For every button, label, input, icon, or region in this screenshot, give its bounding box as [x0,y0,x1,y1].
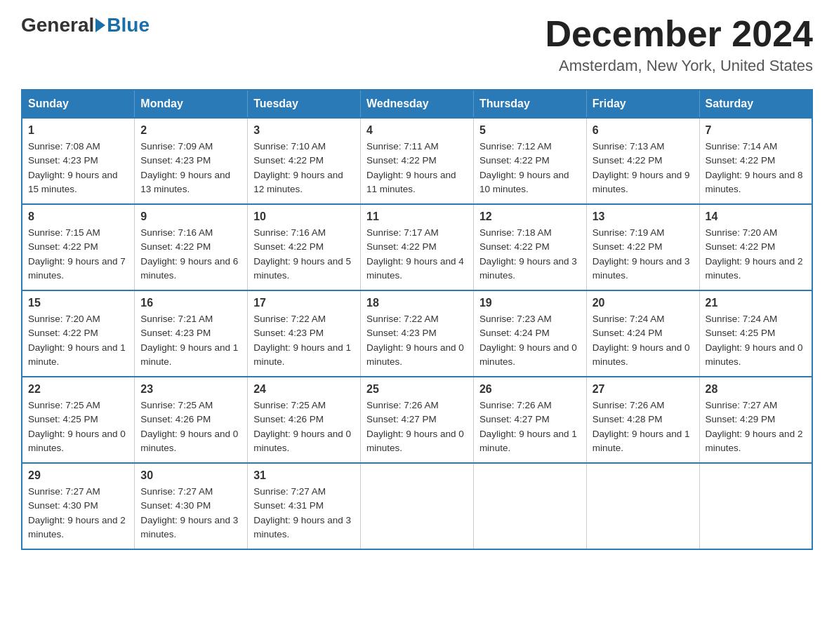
day-info: Sunrise: 7:21 AM Sunset: 4:23 PM Dayligh… [140,312,241,369]
day-number: 10 [253,210,355,223]
day-info: Sunrise: 7:23 AM Sunset: 4:24 PM Dayligh… [479,312,581,369]
day-number: 30 [140,469,241,482]
day-number: 1 [28,124,128,137]
calendar-cell: 16 Sunrise: 7:21 AM Sunset: 4:23 PM Dayl… [135,290,248,377]
day-info: Sunrise: 7:22 AM Sunset: 4:23 PM Dayligh… [253,312,355,369]
col-monday: Monday [135,90,248,118]
calendar-cell [699,463,812,549]
calendar-cell: 4 Sunrise: 7:11 AM Sunset: 4:22 PM Dayli… [361,118,474,204]
logo: General Blue [21,14,150,36]
calendar-cell: 19 Sunrise: 7:23 AM Sunset: 4:24 PM Dayl… [473,290,586,377]
day-number: 29 [28,469,128,482]
day-number: 14 [706,210,806,223]
day-info: Sunrise: 7:11 AM Sunset: 4:22 PM Dayligh… [366,140,468,196]
day-number: 16 [140,297,241,309]
calendar-cell: 29 Sunrise: 7:27 AM Sunset: 4:30 PM Dayl… [22,463,135,549]
calendar-cell: 26 Sunrise: 7:26 AM Sunset: 4:27 PM Dayl… [473,377,586,463]
calendar-cell: 27 Sunrise: 7:26 AM Sunset: 4:28 PM Dayl… [586,377,699,463]
day-info: Sunrise: 7:15 AM Sunset: 4:22 PM Dayligh… [28,226,128,283]
day-number: 31 [253,469,355,482]
day-info: Sunrise: 7:27 AM Sunset: 4:29 PM Dayligh… [706,398,806,455]
col-friday: Friday [586,90,699,118]
calendar-body: 1 Sunrise: 7:08 AM Sunset: 4:23 PM Dayli… [22,118,812,549]
day-info: Sunrise: 7:26 AM Sunset: 4:27 PM Dayligh… [366,398,468,455]
calendar-week-1: 1 Sunrise: 7:08 AM Sunset: 4:23 PM Dayli… [22,118,812,204]
calendar-cell [586,463,699,549]
col-sunday: Sunday [22,90,135,118]
calendar-table: Sunday Monday Tuesday Wednesday Thursday… [21,89,813,550]
calendar-cell: 10 Sunrise: 7:16 AM Sunset: 4:22 PM Dayl… [248,204,361,290]
day-number: 4 [366,124,468,137]
day-number: 28 [706,383,806,396]
day-number: 15 [28,297,128,309]
col-tuesday: Tuesday [248,90,361,118]
day-info: Sunrise: 7:25 AM Sunset: 4:25 PM Dayligh… [28,398,128,455]
calendar-week-4: 22 Sunrise: 7:25 AM Sunset: 4:25 PM Dayl… [22,377,812,463]
day-number: 5 [479,124,581,137]
day-number: 18 [366,297,468,309]
day-info: Sunrise: 7:24 AM Sunset: 4:24 PM Dayligh… [593,312,694,369]
calendar-cell: 28 Sunrise: 7:27 AM Sunset: 4:29 PM Dayl… [699,377,812,463]
calendar-cell: 11 Sunrise: 7:17 AM Sunset: 4:22 PM Dayl… [361,204,474,290]
day-number: 17 [253,297,355,309]
calendar-cell: 9 Sunrise: 7:16 AM Sunset: 4:22 PM Dayli… [135,204,248,290]
day-number: 8 [28,210,128,223]
day-number: 22 [28,383,128,396]
calendar-header: Sunday Monday Tuesday Wednesday Thursday… [22,90,812,118]
calendar-cell [473,463,586,549]
day-info: Sunrise: 7:25 AM Sunset: 4:26 PM Dayligh… [253,398,355,455]
day-info: Sunrise: 7:17 AM Sunset: 4:22 PM Dayligh… [366,226,468,283]
calendar-cell: 30 Sunrise: 7:27 AM Sunset: 4:30 PM Dayl… [135,463,248,549]
day-number: 20 [593,297,694,309]
header-row: Sunday Monday Tuesday Wednesday Thursday… [22,90,812,118]
calendar-cell: 5 Sunrise: 7:12 AM Sunset: 4:22 PM Dayli… [473,118,586,204]
page-header: General Blue December 2024 Amsterdam, Ne… [21,14,813,75]
day-number: 12 [479,210,581,223]
day-number: 9 [140,210,241,223]
day-info: Sunrise: 7:25 AM Sunset: 4:26 PM Dayligh… [140,398,241,455]
col-wednesday: Wednesday [361,90,474,118]
day-info: Sunrise: 7:20 AM Sunset: 4:22 PM Dayligh… [28,312,128,369]
month-title: December 2024 [545,14,813,54]
day-info: Sunrise: 7:26 AM Sunset: 4:27 PM Dayligh… [479,398,581,455]
calendar-cell: 22 Sunrise: 7:25 AM Sunset: 4:25 PM Dayl… [22,377,135,463]
logo-blue-text: Blue [107,14,150,36]
calendar-cell: 17 Sunrise: 7:22 AM Sunset: 4:23 PM Dayl… [248,290,361,377]
day-info: Sunrise: 7:14 AM Sunset: 4:22 PM Dayligh… [706,140,806,196]
day-number: 25 [366,383,468,396]
calendar-cell: 23 Sunrise: 7:25 AM Sunset: 4:26 PM Dayl… [135,377,248,463]
day-info: Sunrise: 7:24 AM Sunset: 4:25 PM Dayligh… [706,312,806,369]
day-number: 6 [593,124,694,137]
day-info: Sunrise: 7:26 AM Sunset: 4:28 PM Dayligh… [593,398,694,455]
day-info: Sunrise: 7:27 AM Sunset: 4:31 PM Dayligh… [253,485,355,542]
day-number: 26 [479,383,581,396]
day-number: 19 [479,297,581,309]
day-number: 3 [253,124,355,137]
day-number: 7 [706,124,806,137]
calendar-week-2: 8 Sunrise: 7:15 AM Sunset: 4:22 PM Dayli… [22,204,812,290]
day-info: Sunrise: 7:18 AM Sunset: 4:22 PM Dayligh… [479,226,581,283]
day-number: 24 [253,383,355,396]
day-number: 2 [140,124,241,137]
day-number: 23 [140,383,241,396]
day-number: 11 [366,210,468,223]
day-info: Sunrise: 7:19 AM Sunset: 4:22 PM Dayligh… [593,226,694,283]
title-area: December 2024 Amsterdam, New York, Unite… [545,14,813,75]
calendar-cell: 14 Sunrise: 7:20 AM Sunset: 4:22 PM Dayl… [699,204,812,290]
day-info: Sunrise: 7:27 AM Sunset: 4:30 PM Dayligh… [28,485,128,542]
calendar-cell: 12 Sunrise: 7:18 AM Sunset: 4:22 PM Dayl… [473,204,586,290]
calendar-cell [361,463,474,549]
logo-general-text: General [21,14,94,36]
calendar-cell: 20 Sunrise: 7:24 AM Sunset: 4:24 PM Dayl… [586,290,699,377]
day-info: Sunrise: 7:12 AM Sunset: 4:22 PM Dayligh… [479,140,581,196]
day-info: Sunrise: 7:27 AM Sunset: 4:30 PM Dayligh… [140,485,241,542]
day-info: Sunrise: 7:13 AM Sunset: 4:22 PM Dayligh… [593,140,694,196]
calendar-cell: 31 Sunrise: 7:27 AM Sunset: 4:31 PM Dayl… [248,463,361,549]
calendar-cell: 8 Sunrise: 7:15 AM Sunset: 4:22 PM Dayli… [22,204,135,290]
calendar-cell: 6 Sunrise: 7:13 AM Sunset: 4:22 PM Dayli… [586,118,699,204]
calendar-cell: 18 Sunrise: 7:22 AM Sunset: 4:23 PM Dayl… [361,290,474,377]
day-number: 13 [593,210,694,223]
calendar-week-3: 15 Sunrise: 7:20 AM Sunset: 4:22 PM Dayl… [22,290,812,377]
logo-arrow-icon [95,18,105,32]
calendar-cell: 13 Sunrise: 7:19 AM Sunset: 4:22 PM Dayl… [586,204,699,290]
